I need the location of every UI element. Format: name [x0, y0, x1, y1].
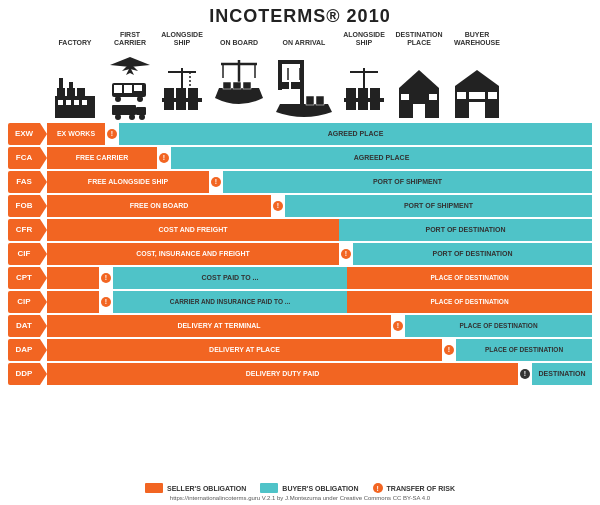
svg-rect-50	[344, 98, 384, 102]
segments-cpt: ! COST PAID TO ... PLACE OF DESTINATION	[47, 267, 592, 289]
buyer-icon	[448, 68, 506, 120]
seg-cif-blue: PORT OF DESTINATION	[353, 243, 592, 265]
code-cip: CIP	[8, 291, 40, 313]
seg-exw-orange: EX WORKS	[47, 123, 105, 145]
legend-blue-box	[260, 483, 278, 493]
svg-rect-51	[346, 88, 356, 98]
dest-icon	[390, 68, 448, 120]
seg-ddp-blue: DESTINATION	[532, 363, 592, 385]
seg-cip-orange-short	[47, 291, 99, 313]
svg-rect-7	[66, 100, 71, 105]
table-row-ddp: DDP DELIVERY DUTY PAID ! DESTINATION	[8, 363, 592, 385]
segments-fas: FREE ALONGSIDE SHIP ! PORT OF SHIPMENT	[47, 171, 592, 193]
col-header-carrier: FIRSTCARRIER	[104, 31, 156, 48]
table-row-cip: CIP ! CARRIER AND INSURANCE PAID TO ... …	[8, 291, 592, 313]
risk-fob: !	[273, 201, 283, 211]
svg-rect-53	[370, 88, 380, 98]
svg-rect-15	[124, 85, 132, 93]
code-cfr: CFR	[8, 219, 40, 241]
table-row-cfr: CFR COST AND FREIGHT PORT OF DESTINATION	[8, 219, 592, 241]
svg-rect-55	[358, 102, 368, 110]
svg-rect-40	[243, 82, 251, 89]
carrier-icon	[104, 55, 156, 120]
svg-rect-30	[188, 102, 198, 110]
svg-rect-27	[188, 88, 198, 98]
legend-risk-icon: !	[373, 483, 383, 493]
seg-cpt-dest: PLACE OF DESTINATION	[347, 267, 592, 289]
col-header-dest: DESTINATIONPLACE	[390, 31, 448, 48]
code-exw: EXW	[8, 123, 40, 145]
svg-point-21	[115, 114, 121, 120]
svg-rect-39	[233, 82, 241, 89]
svg-rect-16	[134, 85, 142, 91]
col-header-buyer: BUYERWAREHOUSE	[448, 31, 506, 48]
table-row-fob: FOB FREE ON BOARD ! PORT OF SHIPMENT	[8, 195, 592, 217]
alongside2-icon	[338, 68, 390, 120]
svg-rect-20	[136, 107, 146, 115]
onboard-icon	[208, 60, 270, 120]
table-row-fas: FAS FREE ALONGSIDE SHIP ! PORT OF SHIPME…	[8, 171, 592, 193]
svg-rect-48	[306, 96, 314, 105]
arrow-dat	[40, 315, 47, 337]
svg-rect-54	[346, 102, 356, 110]
seg-cfr-orange: COST AND FREIGHT	[47, 219, 339, 241]
legend-buyer-label: BUYER'S OBLIGATION	[282, 485, 358, 492]
incoterms-table: EXW EX WORKS ! AGREED PLACE FCA FREE CAR…	[8, 123, 592, 479]
table-row-exw: EXW EX WORKS ! AGREED PLACE	[8, 123, 592, 145]
arrow-fas	[40, 171, 47, 193]
seg-cip-dest: PLACE OF DESTINATION	[347, 291, 592, 313]
svg-marker-60	[399, 70, 439, 88]
page-title: INCOTERMS® 2010	[8, 6, 592, 27]
legend-seller-label: SELLER'S OBLIGATION	[167, 485, 246, 492]
svg-rect-28	[164, 102, 174, 110]
svg-point-22	[129, 114, 135, 120]
code-dat: DAT	[8, 315, 40, 337]
table-row-fca: FCA FREE CARRIER ! AGREED PLACE	[8, 147, 592, 169]
seg-cip-blue: CARRIER AND INSURANCE PAID TO ...	[113, 291, 347, 313]
arrival-icon	[270, 60, 338, 120]
svg-rect-25	[164, 88, 174, 98]
svg-rect-49	[316, 96, 324, 105]
svg-rect-29	[176, 102, 186, 110]
segments-dat: DELIVERY AT TERMINAL ! PLACE OF DESTINAT…	[47, 315, 592, 337]
arrow-cif	[40, 243, 47, 265]
table-row-cif: CIF COST, INSURANCE AND FREIGHT ! PORT O…	[8, 243, 592, 265]
code-fob: FOB	[8, 195, 40, 217]
risk-ddp: !	[520, 369, 530, 379]
legend: SELLER'S OBLIGATION BUYER'S OBLIGATION !…	[8, 483, 592, 493]
table-row-dap: DAP DELIVERY AT PLACE ! PLACE OF DESTINA…	[8, 339, 592, 361]
legend-seller: SELLER'S OBLIGATION	[145, 483, 246, 493]
svg-rect-68	[488, 92, 497, 99]
svg-marker-65	[455, 70, 499, 86]
seg-exw-blue: AGREED PLACE	[119, 123, 592, 145]
seg-ddp-orange: DELIVERY DUTY PAID	[47, 363, 518, 385]
legend-orange-box	[145, 483, 163, 493]
code-cif: CIF	[8, 243, 40, 265]
svg-rect-38	[223, 82, 231, 89]
risk-exw: !	[107, 129, 117, 139]
segments-fca: FREE CARRIER ! AGREED PLACE	[47, 147, 592, 169]
svg-rect-19	[112, 105, 136, 115]
svg-rect-63	[429, 94, 437, 100]
seg-fob-blue: PORT OF SHIPMENT	[285, 195, 592, 217]
seg-dap-blue: PLACE OF DESTINATION	[456, 339, 592, 361]
legend-transfer: ! TRANSFER OF RISK	[373, 483, 455, 493]
svg-rect-69	[469, 92, 485, 99]
factory-icon	[46, 68, 104, 120]
segments-cif: COST, INSURANCE AND FREIGHT ! PORT OF DE…	[47, 243, 592, 265]
svg-rect-46	[280, 82, 289, 89]
seg-dat-blue: PLACE OF DESTINATION	[405, 315, 592, 337]
code-ddp: DDP	[8, 363, 40, 385]
seg-fas-blue: PORT OF SHIPMENT	[223, 171, 592, 193]
table-row-dat: DAT DELIVERY AT TERMINAL ! PLACE OF DEST…	[8, 315, 592, 337]
col-header-onboard: ON BOARD	[208, 39, 270, 47]
svg-point-18	[137, 96, 143, 102]
svg-rect-26	[176, 88, 186, 98]
svg-rect-3	[77, 88, 85, 98]
svg-rect-8	[74, 100, 79, 105]
col-header-arrival: ON ARRIVAL	[270, 39, 338, 47]
risk-dat: !	[393, 321, 403, 331]
segments-cip: ! CARRIER AND INSURANCE PAID TO ... PLAC…	[47, 291, 592, 313]
seg-cif-orange: COST, INSURANCE AND FREIGHT	[47, 243, 339, 265]
svg-rect-24	[162, 98, 202, 102]
